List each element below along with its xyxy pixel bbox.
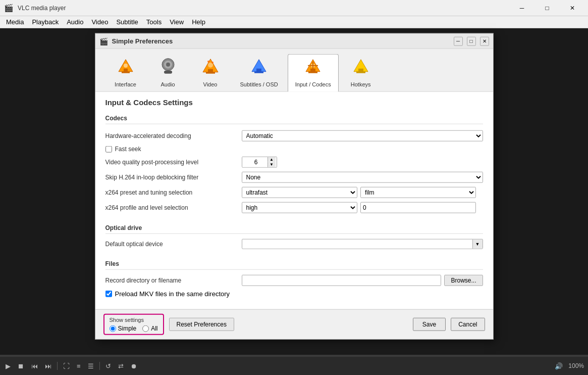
input-icon xyxy=(304,58,322,79)
tab-hotkeys[interactable]: Hotkeys xyxy=(341,54,381,91)
menu-help[interactable]: Help xyxy=(188,17,209,27)
combo-arrow-icon[interactable]: ▼ xyxy=(472,240,483,249)
x264-tuning-select[interactable]: film animation grain stillimage psnr ssi… xyxy=(360,187,476,198)
app-title: VLC media player xyxy=(18,5,506,12)
minimize-button[interactable]: ─ xyxy=(510,0,533,16)
save-button[interactable]: Save xyxy=(413,318,446,331)
video-quality-row: Video quality post-processing level ▲ ▼ xyxy=(105,155,483,170)
video-quality-spinbox[interactable]: ▲ ▼ xyxy=(242,157,277,168)
tab-input[interactable]: Input / Codecs xyxy=(288,54,339,92)
tab-audio[interactable]: Audio xyxy=(148,54,188,91)
browse-button[interactable]: Browse... xyxy=(444,275,483,286)
cancel-button[interactable]: Cancel xyxy=(451,318,485,331)
dialog-maximize-button[interactable]: □ xyxy=(467,36,476,45)
reset-preferences-button[interactable]: Reset Preferences xyxy=(169,318,234,331)
volume-icon: 🔊 xyxy=(553,361,564,371)
show-settings-simple-label[interactable]: Simple xyxy=(110,325,137,332)
menu-view[interactable]: View xyxy=(166,17,188,27)
video-quality-label: Video quality post-processing level xyxy=(105,159,237,166)
menu-tools[interactable]: Tools xyxy=(142,17,166,27)
show-settings-all-label[interactable]: All xyxy=(142,325,157,332)
dialog-icon: 🎬 xyxy=(99,37,108,45)
show-settings-all-radio[interactable] xyxy=(142,325,149,332)
prev-button[interactable]: ⏮ xyxy=(30,361,39,371)
x264-profile-select[interactable]: high baseline main high10 high422 high44… xyxy=(242,202,357,213)
shuffle-button[interactable]: ⇄ xyxy=(117,361,125,371)
svg-rect-2 xyxy=(122,72,130,73)
fullscreen-button[interactable]: ⛶ xyxy=(62,361,71,371)
next-button[interactable]: ⏭ xyxy=(43,361,53,371)
x264-level-input[interactable] xyxy=(360,202,476,213)
spinbox-up-btn[interactable]: ▲ xyxy=(268,157,276,162)
codecs-group-label: Codecs xyxy=(105,111,483,124)
show-settings-radio-row: Simple All xyxy=(110,325,158,332)
app-title-bar: 🎬 VLC media player ─ □ ✕ xyxy=(0,0,588,16)
dialog-body: Input & Codecs Settings Codecs Hardware-… xyxy=(95,92,493,309)
record-dir-input[interactable] xyxy=(242,275,442,286)
scroll-area[interactable]: Codecs Hardware-accelerated decoding Aut… xyxy=(95,111,493,309)
close-button[interactable]: ✕ xyxy=(561,0,584,16)
extended-settings-button[interactable]: ≡ xyxy=(75,361,82,371)
svg-rect-24 xyxy=(358,69,363,72)
skip-h264-row: Skip H.264 in-loop deblocking filter Non… xyxy=(105,170,483,185)
x264-profile-row: x264 profile and level selection high ba… xyxy=(105,200,483,215)
optical-device-combo[interactable]: ▼ xyxy=(242,239,483,249)
main-area: 🎬 Simple Preferences ─ □ ✕ Interface xyxy=(0,28,588,375)
tab-subtitles[interactable]: Subtitles / OSD xyxy=(233,54,286,91)
x264-preset-row: x264 preset and tuning selection ultrafa… xyxy=(105,185,483,200)
menu-subtitle[interactable]: Subtitle xyxy=(112,17,142,27)
app-icon: 🎬 xyxy=(4,4,14,13)
interface-icon xyxy=(117,58,135,79)
menu-media[interactable]: Media xyxy=(2,17,28,27)
menu-playback[interactable]: Playback xyxy=(28,17,63,27)
svg-point-6 xyxy=(166,63,170,67)
record-button[interactable]: ⏺ xyxy=(129,361,139,371)
optical-device-row: Default optical device ▼ xyxy=(105,237,483,251)
skip-h264-label: Skip H.264 in-loop deblocking filter xyxy=(105,174,237,181)
tab-interface[interactable]: Interface xyxy=(105,54,146,91)
svg-rect-1 xyxy=(124,69,128,72)
dialog-title-bar: 🎬 Simple Preferences ─ □ ✕ xyxy=(95,34,493,49)
playlist-button[interactable]: ☰ xyxy=(86,361,95,371)
menu-audio[interactable]: Audio xyxy=(63,17,87,27)
svg-rect-9 xyxy=(208,69,213,72)
stop-button[interactable]: ⏹ xyxy=(16,361,26,371)
spinbox-down-btn[interactable]: ▼ xyxy=(268,162,276,167)
bottom-toolbar: ▶ ⏹ ⏮ ⏭ ⛶ ≡ ☰ ↺ ⇄ ⏺ 🔊 100% xyxy=(0,357,588,375)
tab-video[interactable]: Video xyxy=(190,54,231,91)
loop-button[interactable]: ↺ xyxy=(104,361,113,371)
preload-mkv-checkbox[interactable] xyxy=(105,290,112,297)
menu-video[interactable]: Video xyxy=(87,17,112,27)
dialog-close-button[interactable]: ✕ xyxy=(480,36,489,45)
svg-rect-19 xyxy=(308,72,317,73)
maximize-button[interactable]: □ xyxy=(536,0,559,16)
hotkeys-icon xyxy=(352,58,370,79)
toolbar-separator-1 xyxy=(57,362,58,370)
video-quality-input[interactable] xyxy=(242,157,268,167)
dialog-minimize-button[interactable]: ─ xyxy=(454,36,463,45)
fast-seek-checkbox[interactable] xyxy=(105,146,112,152)
dialog-title: Simple Preferences xyxy=(112,37,450,45)
hw-decoding-row: Hardware-accelerated decoding Automatic … xyxy=(105,128,483,144)
optical-device-label: Default optical device xyxy=(105,241,237,248)
skip-h264-select[interactable]: None Non-ref Bidir Non-key All xyxy=(242,172,483,183)
tab-hotkeys-label: Hotkeys xyxy=(351,81,371,87)
preload-mkv-label: Preload MKV files in the same directory xyxy=(115,290,230,297)
fast-seek-row: Fast seek xyxy=(105,144,483,155)
audio-icon xyxy=(159,58,177,79)
hw-decoding-select[interactable]: Automatic Disable Any VDA VDPAU VAAPI xyxy=(242,130,483,142)
svg-rect-16 xyxy=(254,72,263,73)
play-button[interactable]: ▶ xyxy=(4,361,12,371)
files-group-label: Files xyxy=(105,256,483,270)
x264-preset-select[interactable]: ultrafast superfast veryfast faster fast… xyxy=(242,187,357,198)
svg-point-12 xyxy=(207,61,209,63)
section-title: Input & Codecs Settings xyxy=(95,92,493,111)
show-settings-simple-radio[interactable] xyxy=(110,325,116,332)
svg-rect-25 xyxy=(356,72,365,73)
optical-device-input[interactable] xyxy=(242,240,472,249)
dialog-footer: Show settings Simple All Reset Preferenc… xyxy=(95,309,493,339)
volume-level: 100% xyxy=(568,362,584,369)
subtitles-icon xyxy=(250,58,268,79)
svg-rect-10 xyxy=(206,72,215,74)
tab-input-label: Input / Codecs xyxy=(295,81,331,87)
